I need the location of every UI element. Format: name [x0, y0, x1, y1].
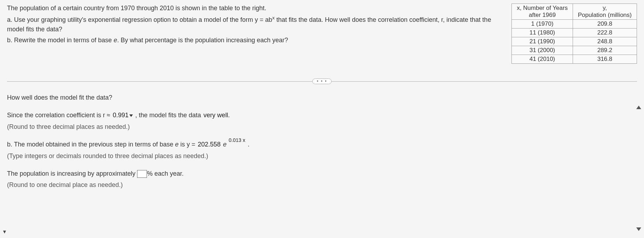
table-row: 1 (1970)209.8: [512, 20, 637, 29]
round-instruction-1dp: (Round to one decimal place as needed.): [7, 179, 637, 190]
coefficient-input[interactable]: 202.558: [197, 139, 221, 150]
table-row: 31 (2000)289.2: [512, 46, 637, 55]
correlation-line: Since the correlation coefficient is r ≈…: [7, 109, 637, 121]
part-a-text: a. Use your graphing utility's exponenti…: [7, 14, 504, 34]
part-b-model-line: b. The model obtained in the previous st…: [7, 139, 637, 150]
part-b-text: b. Rewrite the model in terms of base e.…: [7, 36, 504, 45]
percentage-line: The population is increasing by approxim…: [7, 168, 637, 179]
question-fit: How well does the model fit the data?: [7, 92, 637, 103]
table-row: 41 (2010)316.8: [512, 55, 637, 64]
expand-toggle-button[interactable]: • • •: [312, 79, 331, 84]
percentage-input[interactable]: [137, 170, 147, 178]
exponent-input[interactable]: 0.013 x: [228, 136, 246, 145]
problem-statement: The population of a certain country from…: [7, 4, 504, 46]
data-table: x, Number of Years after 1969 y, Populat…: [511, 4, 637, 64]
answer-section: How well does the model fit the data? Si…: [7, 92, 637, 191]
intro-text: The population of a certain country from…: [7, 4, 504, 13]
dropdown-icon: [129, 114, 133, 117]
table-row: 21 (1990)248.8: [512, 37, 637, 46]
fit-quality-dropdown[interactable]: very well.: [203, 109, 231, 121]
r-value-input[interactable]: 0.991: [112, 109, 134, 121]
table-header-y: y, Population (millions): [573, 4, 637, 20]
round-instruction-3dp: (Round to three decimal places as needed…: [7, 121, 637, 132]
scroll-up-icon[interactable]: [636, 106, 641, 109]
table-header-x: x, Number of Years after 1969: [512, 4, 573, 20]
section-divider: • • •: [7, 78, 637, 85]
type-instruction: (Type integers or decimals rounded to th…: [7, 150, 637, 162]
table-row: 11 (1980)222.8: [512, 29, 637, 37]
